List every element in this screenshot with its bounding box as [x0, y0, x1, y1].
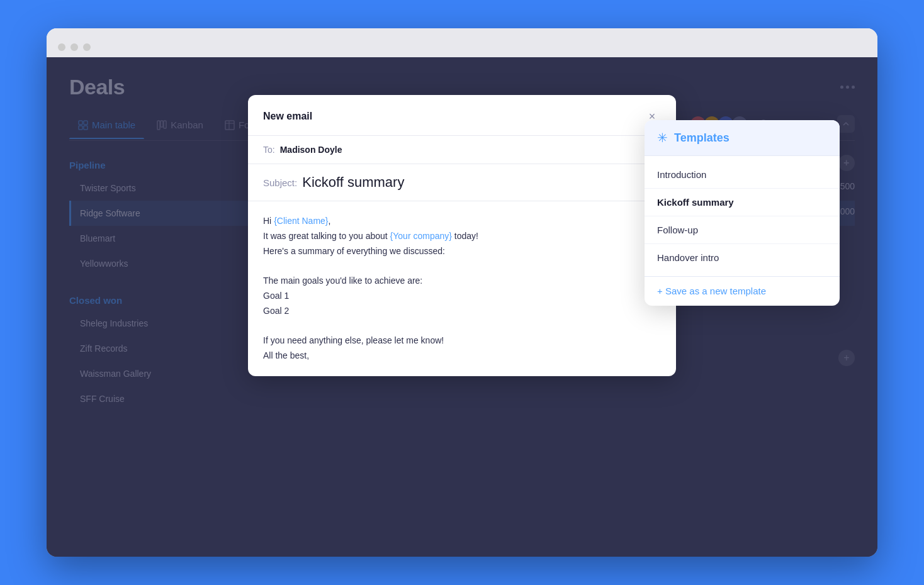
- subject-label: Subject:: [263, 177, 297, 188]
- modal-header: New email ×: [248, 95, 676, 136]
- modal-subject-row: Subject: Kickoff summary: [248, 164, 676, 201]
- template-item-kickoff-summary[interactable]: Kickoff summary: [645, 189, 840, 216]
- body-goal1: Goal 1: [263, 289, 661, 304]
- templates-panel-header: ✳ Templates: [645, 120, 840, 156]
- template-item-handover-intro[interactable]: Handover intro: [645, 244, 840, 271]
- to-label: To:: [263, 145, 275, 155]
- body-line3: The main goals you'd like to achieve are…: [263, 274, 661, 289]
- greeting-text: Hi: [263, 216, 274, 226]
- browser-chrome: [47, 28, 877, 57]
- to-value: Madison Doyle: [280, 145, 342, 155]
- browser-window: Deals Main table: [47, 28, 877, 557]
- browser-dot-red: [58, 43, 65, 51]
- subject-value: Kickoff summary: [302, 174, 404, 191]
- templates-footer: + Save as a new template: [645, 276, 840, 306]
- template-item-label: Kickoff summary: [657, 197, 734, 208]
- template-item-follow-up[interactable]: Follow-up: [645, 216, 840, 244]
- body-sign-off: All the best,: [263, 348, 661, 364]
- templates-list: Introduction Kickoff summary Follow-up H…: [645, 156, 840, 276]
- modal-overlay: New email × To: Madison Doyle Subject: K…: [47, 57, 877, 557]
- company-placeholder: {Your company}: [390, 231, 452, 241]
- templates-panel-title: Templates: [674, 131, 730, 145]
- template-item-label: Introduction: [657, 169, 706, 180]
- template-item-introduction[interactable]: Introduction: [645, 161, 840, 189]
- browser-dot-yellow: [70, 43, 78, 51]
- body-line1: It was great talking to you about: [263, 231, 390, 241]
- email-modal: New email × To: Madison Doyle Subject: K…: [248, 95, 676, 376]
- save-template-button[interactable]: + Save as a new template: [657, 286, 766, 296]
- browser-dot-green: [83, 43, 91, 51]
- body-line2: Here's a summary of everything we discus…: [263, 244, 661, 259]
- templates-icon: ✳: [657, 130, 668, 145]
- modal-to-row: To: Madison Doyle: [248, 136, 676, 164]
- app-container: Deals Main table: [47, 57, 877, 557]
- template-item-label: Follow-up: [657, 225, 698, 235]
- body-line4: If you need anything else, please let me…: [263, 333, 661, 348]
- modal-title: New email: [263, 111, 312, 122]
- client-placeholder: {Client Name}: [274, 216, 328, 226]
- app-background: Deals Main table: [47, 57, 877, 557]
- templates-panel: ✳ Templates Introduction Kickoff summary…: [645, 120, 840, 306]
- modal-body[interactable]: Hi {Client Name}, It was great talking t…: [248, 201, 676, 376]
- template-item-label: Handover intro: [657, 252, 719, 263]
- body-goal2: Goal 2: [263, 304, 661, 319]
- body-line1-end: today!: [452, 231, 478, 241]
